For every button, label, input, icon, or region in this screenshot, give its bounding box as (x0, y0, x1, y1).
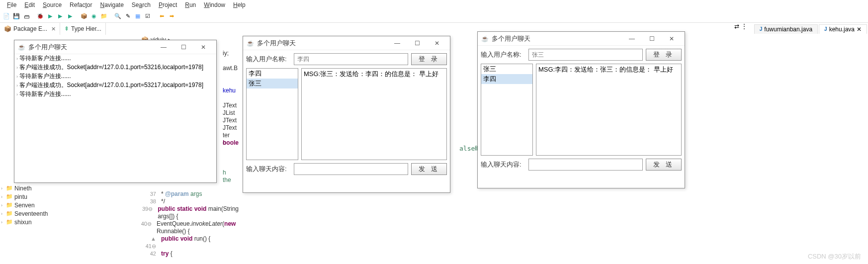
menu-run[interactable]: Run (181, 1, 200, 8)
code-frag: JText (223, 102, 237, 109)
code-line: ▲ 41⊖ public void run() { (139, 235, 240, 250)
server-log: › 等待新客户连接......› 客户端连接成功。Socket[addr=/12… (16, 54, 214, 180)
code-line: 42 try { (139, 250, 240, 258)
chat-input[interactable] (528, 159, 643, 171)
list-item[interactable]: 李四 (247, 69, 298, 79)
debug-icon[interactable]: 🐞 (36, 12, 45, 21)
maximize-icon[interactable]: ☐ (174, 41, 193, 53)
log-line: › 等待新客户连接...... (16, 90, 214, 99)
user-list[interactable]: 张三李四 (481, 64, 533, 156)
menu-file[interactable]: File (3, 1, 20, 8)
annotation-icon[interactable]: ▦ (133, 12, 142, 21)
title-bar[interactable]: ☕ 多个用户聊天 — ☐ ✕ (14, 40, 216, 54)
username-input[interactable] (528, 49, 643, 61)
username-label: 输入用户名称: (246, 55, 291, 64)
run-icon[interactable]: ▶ (46, 12, 55, 21)
message-area: MSG:李四：发送给：张三：的信息是： 早上好 (536, 64, 682, 156)
toggle-mark-icon[interactable]: ✎ (123, 12, 132, 21)
save-icon[interactable]: 💾 (12, 12, 21, 21)
list-item[interactable]: 张三 (481, 64, 532, 74)
minimize-icon[interactable]: — (622, 33, 642, 45)
coverage-icon[interactable]: ▶ (66, 12, 75, 21)
tab-label: fuwumianban.java (764, 26, 812, 33)
user-list[interactable]: 李四张三 (246, 68, 298, 160)
code-line: 40⊖ EventQueue.invokeLater(new Runnable(… (139, 220, 240, 235)
task-icon[interactable]: ☑ (143, 12, 152, 21)
menu-source[interactable]: Source (39, 1, 66, 8)
maximize-icon[interactable]: ☐ (642, 33, 662, 45)
chat-label: 输入聊天内容: (246, 165, 291, 174)
tree-item[interactable]: ›📁Nineth (0, 184, 134, 192)
package-explorer-view[interactable]: 📦 Package E... ✕ (0, 23, 60, 35)
close-icon[interactable]: ✕ (193, 41, 213, 53)
close-icon[interactable]: ✕ (662, 33, 682, 45)
view-menu-icon[interactable]: ⋮ (741, 23, 747, 35)
menu-navigate[interactable]: Navigate (96, 1, 127, 8)
tab-kehu[interactable]: J kehu.java ✕ (819, 24, 867, 34)
tree-item[interactable]: ›📁pintu (0, 192, 134, 201)
new-icon[interactable]: 📄 (2, 12, 11, 21)
minimize-icon[interactable]: — (387, 37, 407, 49)
list-item[interactable]: 李四 (481, 74, 532, 84)
list-item[interactable]: 张三 (247, 79, 298, 88)
new-class-icon[interactable]: ◉ (89, 12, 98, 21)
close-icon[interactable]: ✕ (427, 37, 447, 49)
window-title: 多个用户聊天 (492, 34, 622, 43)
code-line: 38 */ (139, 198, 240, 205)
client-window-1: ☕ 多个用户聊天 — ☐ ✕ 输入用户名称: 登 录 李四张三 MSG:张三：发… (243, 36, 450, 193)
login-button[interactable]: 登 录 (411, 53, 447, 65)
title-bar[interactable]: ☕ 多个用户聊天 — ☐ ✕ (478, 32, 685, 46)
java-icon: ☕ (246, 39, 254, 47)
tab-fuwumianban[interactable]: J fuwumianban.java (754, 24, 818, 34)
hierarchy-icon: ⇞ (64, 25, 69, 32)
menu-project[interactable]: Project (155, 1, 181, 8)
open-type-icon[interactable]: 📁 (99, 12, 108, 21)
run-last-icon[interactable]: ▶ (56, 12, 65, 21)
username-label: 输入用户名称: (481, 50, 525, 59)
username-input[interactable] (294, 53, 408, 65)
tree-item[interactable]: ›📁Seventeenth (0, 209, 134, 218)
link-icon[interactable]: ⇄ (734, 23, 739, 35)
login-button[interactable]: 登 录 (646, 49, 682, 61)
title-bar[interactable]: ☕ 多个用户聊天 — ☐ ✕ (243, 36, 450, 50)
java-icon: ☕ (17, 43, 25, 51)
package-icon: 📦 (4, 25, 11, 32)
menu-bar: File Edit Source Refactor Navigate Searc… (0, 0, 868, 10)
editor-tabs: J fuwumianban.java J kehu.java ✕ (754, 23, 868, 35)
maximize-icon[interactable]: ☐ (407, 37, 427, 49)
log-line: › 客户端连接成功。Socket[addr=/127.0.0.1,port=53… (16, 81, 214, 90)
views-row: 📦 Package E... ✕ ⇞ Type Hier... ⇄ ⋮ J fu… (0, 23, 868, 35)
menu-window[interactable]: Window (200, 1, 229, 8)
tree-item[interactable]: ›📁shixun (0, 218, 134, 226)
java-file-icon: J (824, 26, 827, 32)
tree-item[interactable]: ›📁Senven (0, 201, 134, 209)
close-icon[interactable]: ✕ (51, 26, 56, 32)
window-title: 多个用户聊天 (28, 43, 154, 52)
window-title: 多个用户聊天 (257, 39, 387, 48)
send-button[interactable]: 发 送 (411, 163, 447, 175)
java-file-icon: J (760, 26, 763, 32)
close-icon[interactable]: ✕ (857, 26, 862, 33)
code-line: 37 * @param args (139, 190, 240, 198)
menu-help[interactable]: Help (229, 1, 250, 8)
menu-edit[interactable]: Edit (20, 1, 39, 8)
send-button[interactable]: 发 送 (646, 159, 682, 171)
minimize-icon[interactable]: — (154, 41, 174, 53)
type-hierarchy-view[interactable]: ⇞ Type Hier... (60, 23, 106, 35)
client-window-2: ☕ 多个用户聊天 — ☐ ✕ 输入用户名称: 登 录 张三李四 MSG:李四：发… (477, 31, 685, 188)
type-hierarchy-label: Type Hier... (71, 25, 101, 32)
menu-refactor[interactable]: Refactor (66, 1, 96, 8)
new-package-icon[interactable]: 📦 (80, 12, 88, 21)
search-icon[interactable]: 🔍 (113, 12, 122, 21)
chat-input[interactable] (294, 163, 408, 175)
menu-search[interactable]: Search (128, 1, 155, 8)
back-icon[interactable]: ⬅ (157, 12, 166, 21)
code-frag: JText (223, 124, 237, 132)
code-frag: iy; (223, 50, 229, 57)
toolbar: 📄 💾 🗃 🐞 ▶ ▶ ▶ 📦 ◉ 📁 🔍 ✎ ▦ ☑ ⬅ ➡ (0, 10, 868, 23)
save-all-icon[interactable]: 🗃 (22, 12, 31, 21)
forward-icon[interactable]: ➡ (167, 12, 176, 21)
code-frag: JList (223, 109, 235, 117)
code-frag: awt.B (223, 65, 238, 72)
tab-label: kehu.java (829, 26, 855, 33)
